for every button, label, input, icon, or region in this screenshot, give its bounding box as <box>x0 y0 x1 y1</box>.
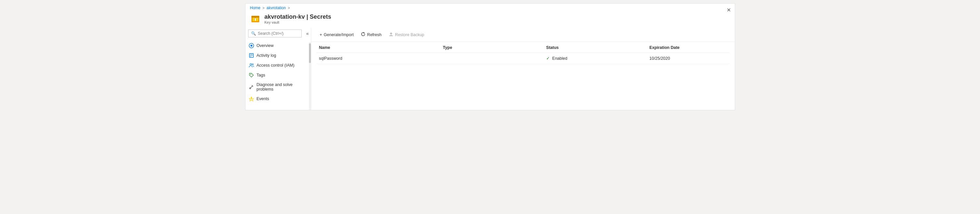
status-check-icon: ✓ <box>546 56 550 61</box>
activity-log-icon <box>249 53 254 58</box>
title-text: akvrotation-kv | Secrets Key vault <box>264 13 331 24</box>
sidebar-item-events-label: Events <box>257 97 269 101</box>
search-box: 🔍 <box>248 30 302 37</box>
diagnose-icon <box>249 84 254 90</box>
generate-import-label: Generate/Import <box>324 32 354 37</box>
content-area: + Generate/Import Refresh <box>311 28 735 110</box>
sidebar-scrollbar <box>309 42 311 110</box>
svg-point-6 <box>250 44 252 47</box>
collapse-sidebar-button[interactable]: « <box>306 31 309 36</box>
sidebar-item-tags-label: Tags <box>257 73 265 78</box>
breadcrumb: Home > akvrotation > <box>245 3 735 12</box>
close-button[interactable]: ✕ <box>727 7 731 13</box>
breadcrumb-separator-1: > <box>262 6 264 10</box>
restore-backup-button[interactable]: Restore Backup <box>385 30 428 39</box>
page-title: akvrotation-kv | Secrets <box>264 13 331 21</box>
secret-expiry: 10/25/2020 <box>647 53 729 64</box>
refresh-label: Refresh <box>367 32 382 37</box>
svg-point-13 <box>250 74 251 75</box>
sidebar-item-diagnose-label: Diagnose and solve problems <box>257 82 308 92</box>
table-row[interactable]: sqlPassword ✓ Enabled 10/25/2020 <box>317 53 730 64</box>
toolbar: + Generate/Import Refresh <box>311 28 735 42</box>
sidebar-scrollbar-thumb <box>309 43 311 63</box>
nav-list: Overview Activity log Access control (IA… <box>245 40 311 110</box>
iam-icon <box>249 63 254 68</box>
events-icon <box>249 96 254 101</box>
breadcrumb-separator-2: > <box>288 6 290 10</box>
svg-point-12 <box>252 64 253 65</box>
svg-point-11 <box>250 64 251 65</box>
secrets-table: Name Type Status Expiration Date sqlPass… <box>317 42 730 64</box>
restore-backup-label: Restore Backup <box>395 32 424 37</box>
plus-icon: + <box>320 32 322 37</box>
search-input[interactable] <box>258 31 299 36</box>
svg-rect-4 <box>255 20 256 21</box>
tags-icon <box>249 73 254 78</box>
overview-icon <box>249 43 254 48</box>
sidebar-item-iam-label: Access control (IAM) <box>257 63 294 68</box>
restore-icon <box>389 32 393 37</box>
breadcrumb-home[interactable]: Home <box>250 6 261 10</box>
generate-import-button[interactable]: + Generate/Import <box>317 30 357 39</box>
resource-icon <box>250 14 261 24</box>
refresh-button[interactable]: Refresh <box>358 30 385 39</box>
col-header-name: Name <box>317 42 441 53</box>
sidebar-item-iam[interactable]: Access control (IAM) <box>245 60 311 70</box>
secret-status-label: Enabled <box>552 56 567 61</box>
resource-subtitle: Key vault <box>264 21 331 24</box>
secrets-table-container: Name Type Status Expiration Date sqlPass… <box>311 42 735 110</box>
main-body: 🔍 « Overview Activity log <box>245 28 735 110</box>
refresh-icon <box>361 32 366 37</box>
svg-rect-2 <box>251 16 259 18</box>
search-icon: 🔍 <box>251 31 256 36</box>
col-header-type: Type <box>441 42 544 53</box>
secret-type <box>441 53 544 64</box>
sidebar-item-overview[interactable]: Overview <box>245 41 311 51</box>
col-header-expiry: Expiration Date <box>647 42 729 53</box>
title-bar: akvrotation-kv | Secrets Key vault <box>245 12 735 28</box>
secret-status: ✓ Enabled <box>544 53 647 64</box>
sidebar-item-activity-log-label: Activity log <box>257 53 276 58</box>
secret-name: sqlPassword <box>317 53 441 64</box>
sidebar-item-overview-label: Overview <box>257 43 274 48</box>
sidebar: 🔍 « Overview Activity log <box>245 28 311 110</box>
sidebar-item-activity-log[interactable]: Activity log <box>245 51 311 60</box>
main-window: Home > akvrotation > akvrotation-kv | Se… <box>245 3 735 110</box>
sidebar-item-diagnose[interactable]: Diagnose and solve problems <box>245 80 311 94</box>
breadcrumb-resource[interactable]: akvrotation <box>267 6 286 10</box>
sidebar-item-tags[interactable]: Tags <box>245 70 311 80</box>
col-header-status: Status <box>544 42 647 53</box>
sidebar-item-events[interactable]: Events <box>245 94 311 104</box>
